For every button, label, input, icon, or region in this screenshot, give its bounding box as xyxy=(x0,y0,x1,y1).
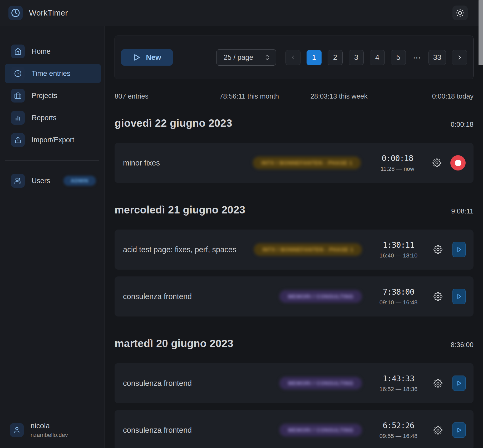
day-title: giovedì 22 giugno 2023 xyxy=(115,117,232,129)
sidebar-item-label: Home xyxy=(32,47,51,56)
day-title: martedì 20 giugno 2023 xyxy=(115,338,233,349)
sidebar-item-reports[interactable]: Reports xyxy=(5,108,101,127)
page-button-2[interactable]: 2 xyxy=(328,50,343,65)
entry-time-range: 09:55 — 16:48 xyxy=(380,433,417,440)
new-entry-button[interactable]: New xyxy=(121,49,173,66)
chevron-left-icon xyxy=(290,55,296,60)
sidebar-divider xyxy=(5,160,99,161)
sidebar-item-label: Time entries xyxy=(32,70,71,78)
user-avatar-icon xyxy=(10,423,24,437)
entry-name: minor fixes xyxy=(123,159,253,167)
project-badge: MEMORI / CONSULTING xyxy=(279,424,362,436)
play-icon xyxy=(456,246,462,253)
stat-total-entries: 807 entries xyxy=(115,92,204,100)
play-icon xyxy=(133,53,141,61)
per-page-value: 25 / page xyxy=(224,53,253,62)
upload-icon xyxy=(11,133,25,147)
project-badge: INTX / BONNEFANTEN - PHASE 1 xyxy=(254,243,362,256)
day-title: mercoledì 21 giugno 2023 xyxy=(115,204,245,216)
select-chevrons-icon xyxy=(264,54,270,61)
clock-icon xyxy=(11,67,25,80)
entry-duration: 6:52:26 xyxy=(383,421,414,430)
app-title: WorkTimer xyxy=(29,8,68,17)
entry-settings-button[interactable] xyxy=(432,158,441,167)
play-icon xyxy=(456,380,462,386)
sidebar-item-home[interactable]: Home xyxy=(5,42,101,61)
time-entry-row[interactable]: minor fixes INTX / BONNEFANTEN - PHASE 1… xyxy=(115,143,474,183)
gear-icon xyxy=(433,292,442,301)
day-section: martedì 20 giugno 2023 8:36:00 consulenz… xyxy=(115,338,474,448)
home-icon xyxy=(11,45,25,58)
user-name: nicola xyxy=(31,422,68,430)
gear-icon xyxy=(433,426,442,435)
day-total: 8:36:00 xyxy=(451,341,474,349)
topbar: WorkTimer xyxy=(0,0,483,26)
sidebar-item-label: Projects xyxy=(32,92,57,100)
entry-duration: 1:43:33 xyxy=(383,374,414,383)
entry-settings-button[interactable] xyxy=(433,379,442,388)
sidebar-item-import-export[interactable]: Import/Export xyxy=(5,130,101,149)
briefcase-icon xyxy=(11,89,25,103)
stop-timer-button[interactable] xyxy=(450,155,466,171)
entry-name: consulenza frontend xyxy=(123,426,279,435)
start-timer-button[interactable] xyxy=(452,376,466,391)
bar-chart-icon xyxy=(11,111,25,125)
per-page-select[interactable]: 25 / page xyxy=(216,49,276,66)
page-button-4[interactable]: 4 xyxy=(370,50,385,65)
day-header: martedì 20 giugno 2023 8:36:00 xyxy=(115,338,474,349)
page-button-1[interactable]: 1 xyxy=(307,50,322,65)
start-timer-button[interactable] xyxy=(452,242,466,257)
theme-toggle-button[interactable] xyxy=(452,6,468,20)
next-page-button[interactable] xyxy=(452,50,467,65)
users-icon xyxy=(11,174,25,188)
entry-settings-button[interactable] xyxy=(433,292,442,301)
admin-badge: ADMIN xyxy=(63,176,96,186)
page-button-5[interactable]: 5 xyxy=(391,50,406,65)
new-entry-label: New xyxy=(146,53,161,62)
time-entry-row[interactable]: consulenza frontend MEMORI / CONSULTING … xyxy=(115,276,474,316)
entry-settings-button[interactable] xyxy=(433,426,442,435)
entry-duration: 0:00:18 xyxy=(382,154,413,163)
sidebar-item-time-entries[interactable]: Time entries xyxy=(5,64,101,83)
gear-icon xyxy=(433,245,442,254)
prev-page-button[interactable] xyxy=(285,50,300,65)
sidebar-item-label: Reports xyxy=(32,114,57,122)
sidebar-item-label: Users xyxy=(32,177,50,185)
gear-icon xyxy=(432,158,441,167)
gear-icon xyxy=(433,379,442,388)
entry-time-range: 16:52 — 18:36 xyxy=(380,386,417,393)
stats-row: 807 entries 78:56:11 this month 28:03:13… xyxy=(115,91,474,101)
day-section: giovedì 22 giugno 2023 0:00:18 minor fix… xyxy=(115,117,474,183)
day-total: 9:08:11 xyxy=(451,207,474,215)
page-button-3[interactable]: 3 xyxy=(349,50,364,65)
play-icon xyxy=(456,293,462,300)
stat-this-week: 28:03:13 this week xyxy=(294,92,384,100)
entry-time-range: 09:10 — 16:48 xyxy=(380,299,417,306)
project-badge: INTX / BONNEFANTEN - PHASE 1 xyxy=(253,157,361,169)
stop-icon xyxy=(455,160,461,166)
page-button-33[interactable]: 33 xyxy=(428,50,446,65)
scrollbar-thumb[interactable] xyxy=(479,0,483,65)
stat-today: 0:00:18 today xyxy=(384,92,474,100)
app-logo xyxy=(8,6,23,20)
clock-icon xyxy=(11,8,20,17)
time-entry-row[interactable]: consulenza frontend MEMORI / CONSULTING … xyxy=(115,363,474,403)
current-user[interactable]: nicola nzambello.dev xyxy=(0,422,105,448)
user-domain: nzambello.dev xyxy=(31,432,68,439)
entry-time-range: 11:28 — now xyxy=(381,165,414,172)
sidebar: Home Time entries Projects Reports Impor… xyxy=(0,26,105,448)
entry-time-range: 16:40 — 18:10 xyxy=(380,252,417,259)
pagination-toolbar: New 25 / page 1 2 3 4 5 ⋯ 33 xyxy=(115,36,474,79)
time-entry-row[interactable]: acid test page: fixes, perf, spaces INTX… xyxy=(115,230,474,270)
start-timer-button[interactable] xyxy=(452,422,466,438)
sidebar-item-users[interactable]: Users ADMIN xyxy=(5,171,101,190)
entry-duration: 1:30:11 xyxy=(383,240,414,250)
entry-name: acid test page: fixes, perf, spaces xyxy=(123,245,254,254)
entry-settings-button[interactable] xyxy=(433,245,442,254)
start-timer-button[interactable] xyxy=(452,289,466,304)
entry-duration: 7:38:00 xyxy=(383,287,414,296)
chevron-right-icon xyxy=(457,55,462,60)
time-entry-row[interactable]: consulenza frontend MEMORI / CONSULTING … xyxy=(115,410,474,448)
day-total: 0:00:18 xyxy=(451,120,474,129)
sidebar-item-projects[interactable]: Projects xyxy=(5,86,101,105)
